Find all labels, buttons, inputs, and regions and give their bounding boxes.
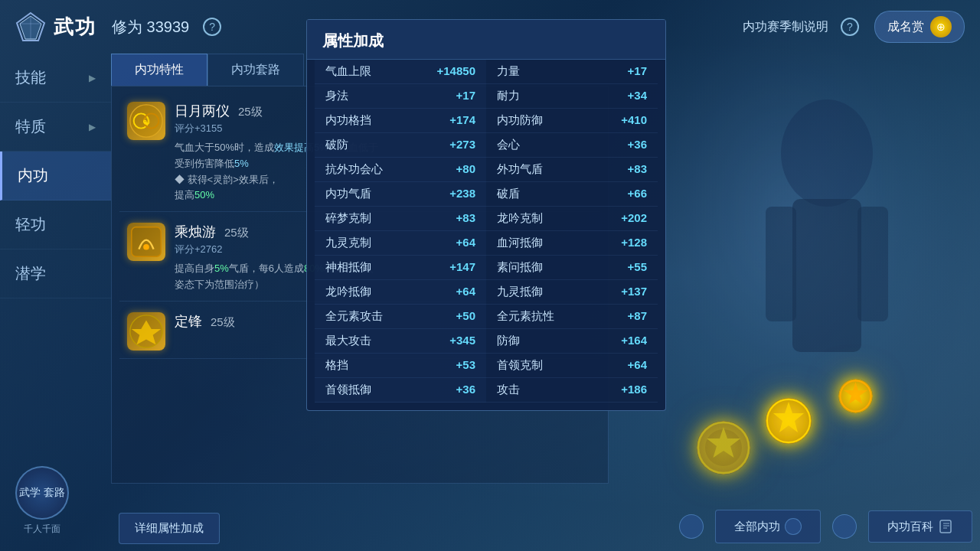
attr-name: 外功气盾 [497, 162, 543, 177]
orb-1 [766, 398, 812, 444]
attr-value: +147 [449, 260, 475, 275]
sidebar-item-qianxue[interactable]: 潜学 [0, 249, 111, 298]
attr-row: 九灵抵御 +137 [486, 280, 658, 305]
attr-value: +137 [621, 285, 647, 299]
attr-value: +202 [621, 211, 647, 226]
svg-rect-2 [792, 199, 861, 352]
top-left: 武功 修为 33939 ? [15, 11, 221, 42]
attr-row: 素问抵御 +55 [486, 256, 658, 280]
attr-name: 身法 [325, 89, 348, 103]
detail-attr-button[interactable]: 详细属性加成 [119, 513, 220, 544]
sidebar: 技能 ▶ 特质 ▶ 内功 轻功 潜学 [0, 54, 111, 497]
attr-row: 气血上限 +14850 [315, 60, 486, 84]
attr-name: 内功格挡 [325, 113, 371, 128]
attr-row: 破盾 +66 [486, 182, 658, 207]
help-icon[interactable]: ? [203, 18, 221, 36]
circle-btn-1[interactable] [679, 514, 704, 539]
attr-value: +17 [456, 89, 475, 103]
encyclopedia-button[interactable]: 内功百科 [868, 510, 972, 543]
attr-value: +273 [449, 138, 475, 152]
attr-row: 抗外功会心 +80 [315, 158, 486, 182]
svg-rect-4 [858, 207, 888, 321]
sidebar-item-tezhi[interactable]: 特质 ▶ [0, 103, 111, 152]
attr-name: 内功气盾 [325, 187, 371, 201]
attr-name: 全元素攻击 [325, 309, 383, 324]
orb-3 [697, 421, 750, 474]
attr-row: 全元素攻击 +50 [315, 305, 486, 329]
sidebar-item-neigong[interactable]: 内功 [0, 152, 111, 201]
attr-row: 九灵克制 +64 [315, 231, 486, 256]
attr-name: 碎梦克制 [325, 211, 371, 226]
attr-name: 破防 [325, 138, 348, 152]
fame-button[interactable]: 成名赏 ⊕ [874, 11, 965, 43]
attr-row: 攻击 +186 [486, 378, 658, 403]
attr-row: 身法 +17 [315, 84, 486, 109]
attr-name: 攻击 [497, 383, 520, 397]
attr-row: 碎梦克制 +83 [315, 207, 486, 231]
svg-rect-18 [132, 227, 161, 256]
attr-name: 会心 [497, 138, 520, 152]
attr-row: 首领抵御 +36 [315, 378, 486, 403]
season-button[interactable]: 内功赛季制说明 ? [743, 18, 859, 36]
badge-area[interactable]: 武学 套路 千人千面 [15, 466, 69, 536]
attr-name: 气血上限 [325, 64, 371, 79]
attr-row: 龙吟克制 +202 [486, 207, 658, 231]
svg-rect-3 [766, 207, 796, 321]
attr-name: 血河抵御 [497, 236, 543, 250]
tab-neigong-texing[interactable]: 内功特性 [111, 54, 207, 86]
attr-value: +36 [456, 383, 475, 397]
skill-icon-dingfeng [127, 312, 165, 350]
season-help-icon[interactable]: ? [841, 18, 859, 36]
attr-row: 最大攻击 +345 [315, 329, 486, 354]
attr-value: +87 [628, 309, 647, 324]
attr-name: 耐力 [497, 89, 520, 103]
bottom-bar: 详细属性加成 [111, 505, 494, 551]
attr-value: +64 [628, 358, 647, 373]
attr-value: +83 [456, 211, 475, 226]
attribute-popup: 属性加成 气血上限 +14850 力量 +17 身法 +17 耐力 +34 [306, 19, 666, 411]
attr-value: +66 [628, 187, 647, 201]
attr-value: +83 [628, 162, 647, 177]
attr-name: 内功防御 [497, 113, 543, 128]
attribute-grid: 气血上限 +14850 力量 +17 身法 +17 耐力 +34 内功格挡 +1… [315, 60, 658, 403]
diamond-icon [15, 11, 46, 42]
attr-row: 格挡 +53 [315, 354, 486, 378]
skill-icon-riyuelianyi: ☯ [127, 102, 165, 140]
attr-row: 内功气盾 +238 [315, 182, 486, 207]
tab-neigong-taolu[interactable]: 内功套路 [207, 54, 304, 86]
attr-row: 外功气盾 +83 [486, 158, 658, 182]
attr-value: +17 [628, 64, 647, 79]
attr-value: +164 [621, 334, 647, 348]
attr-value: +174 [449, 113, 475, 128]
attr-value: +80 [456, 162, 475, 177]
attr-name: 全元素抗性 [497, 309, 554, 324]
attr-name: 抗外功会心 [325, 162, 383, 177]
attr-value: +186 [621, 383, 647, 397]
skill-icon-chengzhuyou [127, 223, 165, 261]
attr-value: +14850 [437, 64, 475, 79]
attr-name: 神相抵御 [325, 260, 371, 275]
sidebar-item-jingong[interactable]: 技能 ▶ [0, 54, 111, 103]
attr-value: +55 [628, 260, 647, 275]
attr-name: 破盾 [497, 187, 520, 201]
page-title: 武功 [54, 14, 96, 41]
attr-value: +64 [456, 236, 475, 250]
attr-name: 九灵抵御 [497, 285, 543, 299]
attr-name: 最大攻击 [325, 334, 371, 348]
attr-value: +238 [449, 187, 475, 201]
attr-value: +64 [456, 285, 475, 299]
all-neigong-button[interactable]: 全部内功 [715, 510, 821, 543]
dot-icon [785, 518, 802, 535]
attr-row: 首领克制 +64 [486, 354, 658, 378]
attr-row: 神相抵御 +147 [315, 256, 486, 280]
attr-value: +36 [628, 138, 647, 152]
attr-name: 力量 [497, 64, 520, 79]
sidebar-item-qinggong[interactable]: 轻功 [0, 201, 111, 249]
circle-btn-2[interactable] [832, 514, 857, 539]
attr-row: 龙吟抵御 +64 [315, 280, 486, 305]
attr-row: 内功防御 +410 [486, 109, 658, 133]
svg-point-1 [781, 99, 873, 207]
orb-2 [838, 379, 873, 413]
right-bottom-buttons: 全部内功 内功百科 [679, 510, 972, 543]
attr-name: 素问抵御 [497, 260, 543, 275]
